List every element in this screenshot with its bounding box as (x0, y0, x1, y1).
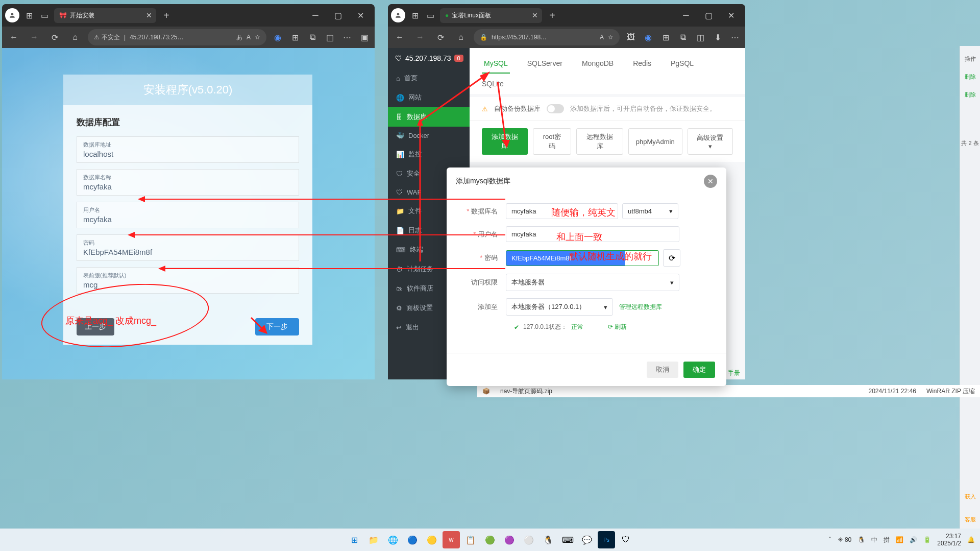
manual-link[interactable]: 手册 (728, 369, 740, 377)
back-button[interactable]: ← (6, 30, 21, 45)
battery-icon[interactable]: 🔋 (923, 536, 931, 543)
workspaces-icon[interactable]: ⊞ (23, 10, 35, 21)
db-tab-sqlserver[interactable]: SQLServer (525, 54, 565, 74)
profile-avatar[interactable] (5, 8, 19, 22)
wifi-icon[interactable]: 📶 (896, 536, 903, 543)
maximize-button[interactable]: ▢ (327, 6, 349, 25)
start-button[interactable]: ⊞ (346, 531, 363, 548)
sidebar-item-0[interactable]: ⌂首页 (388, 68, 470, 88)
root-pwd-button[interactable]: root密码 (533, 128, 572, 155)
cancel-button[interactable]: 取消 (647, 362, 678, 378)
pwd-field[interactable]: 密码 KfEbpFA54MEi8m8f (77, 234, 299, 261)
app-icon[interactable]: 🟢 (481, 531, 499, 548)
sidebar-item-4[interactable]: 📊监控 (388, 145, 470, 164)
db-host-field[interactable]: 数据库地址 localhost (77, 136, 299, 163)
add-db-button[interactable]: 添加数据库 (482, 128, 528, 155)
wps-icon[interactable]: W (443, 531, 460, 548)
refresh-status[interactable]: ⟳ 刷新 (608, 323, 627, 331)
pwd-input[interactable] (506, 250, 659, 266)
refresh-button[interactable]: ⟳ (433, 30, 448, 45)
clock[interactable]: 23:17 2025/1/2 (937, 533, 961, 547)
notes-icon[interactable]: 📋 (462, 531, 479, 548)
image-icon[interactable]: 🖼 (625, 31, 637, 43)
db-tab-redis[interactable]: Redis (631, 54, 653, 74)
notification-badge[interactable]: 0 (454, 55, 463, 62)
tab-actions-icon[interactable]: ▭ (39, 10, 50, 21)
ime-mode[interactable]: 拼 (884, 536, 890, 544)
phpmyadmin-button[interactable]: phpMyAdmin (628, 128, 682, 155)
prefix-field[interactable]: 表前缀(推荐默认) mcg_ (77, 267, 299, 294)
volume-icon[interactable]: 🔊 (910, 536, 917, 543)
browser-icon[interactable]: 🔵 (404, 531, 421, 548)
more-icon[interactable]: ⋯ (729, 31, 741, 43)
app-icon[interactable]: ▣ (358, 31, 371, 43)
db-tab-mongodb[interactable]: MongoDB (580, 54, 616, 74)
sidebar-item-2[interactable]: 🗄数据库 (388, 107, 470, 127)
new-tab-button[interactable]: + (160, 10, 173, 21)
terminal-icon[interactable]: ⌨ (559, 531, 576, 548)
download-icon[interactable]: ⬇ (712, 31, 724, 43)
back-button[interactable]: ← (392, 30, 407, 45)
app-icon[interactable]: 🟣 (501, 531, 518, 548)
prev-button[interactable]: 上一步 (77, 318, 114, 336)
sidebar-icon[interactable]: ◫ (324, 31, 336, 43)
db-name-field[interactable]: 数据库名称 mcyfaka (77, 169, 299, 196)
app-icon[interactable]: ⚪ (520, 531, 537, 548)
close-button[interactable]: ✕ (349, 6, 372, 25)
extension-icon[interactable]: ◉ (272, 31, 284, 43)
home-button[interactable]: ⌂ (67, 30, 83, 45)
weather[interactable]: ☀ 80 (838, 536, 852, 543)
ime-lang[interactable]: 中 (871, 536, 877, 544)
browser-tab[interactable]: ● 宝塔Linux面板 ✕ (440, 8, 542, 23)
extension-icon[interactable]: ◉ (642, 31, 654, 43)
charset-select[interactable]: utf8mb4▾ (622, 203, 678, 219)
workspaces-icon[interactable]: ⊞ (409, 10, 421, 21)
modal-close-button[interactable]: ✕ (704, 175, 717, 188)
regen-pwd-button[interactable]: ⟳ (663, 249, 680, 267)
collections-icon[interactable]: ⊞ (289, 31, 301, 43)
sidebar-item-3[interactable]: 🐳Docker (388, 127, 470, 145)
split-icon[interactable]: ⧉ (677, 31, 689, 43)
remote-db-button[interactable]: 远程数据库 (576, 128, 623, 155)
url-input[interactable]: 🔒 https://45.207.198… A ☆ (474, 29, 620, 45)
minimize-button[interactable]: ─ (675, 6, 697, 25)
manage-remote-link[interactable]: 管理远程数据库 (619, 303, 662, 312)
url-input[interactable]: ⚠ 不安全 | 45.207.198.73:25… あ A ☆ (88, 29, 266, 45)
sidebar-icon[interactable]: ◫ (694, 31, 706, 43)
tab-actions-icon[interactable]: ▭ (425, 10, 436, 21)
chrome-icon[interactable]: 🟡 (423, 531, 440, 548)
close-tab-icon[interactable]: ✕ (532, 11, 538, 19)
minimize-button[interactable]: ─ (304, 6, 327, 25)
perm-select[interactable]: 本地服务器▾ (506, 274, 679, 291)
refresh-button[interactable]: ⟳ (47, 30, 62, 45)
addto-select[interactable]: 本地服务器（127.0.0.1）▾ (506, 298, 613, 316)
tray-chevron[interactable]: ˄ (828, 536, 831, 543)
advanced-button[interactable]: 高级设置 ▾ (688, 128, 733, 155)
tray-icon[interactable]: 🐧 (857, 536, 865, 543)
security-icon[interactable]: 🛡 (617, 531, 634, 548)
qq-icon[interactable]: 🐧 (540, 531, 557, 548)
explorer-icon[interactable]: 📁 (365, 531, 382, 548)
maximize-button[interactable]: ▢ (697, 6, 720, 25)
sidebar-item-1[interactable]: 🌐网站 (388, 88, 470, 107)
db-tab-pgsql[interactable]: PgSQL (669, 54, 696, 74)
profile-avatar[interactable] (391, 8, 405, 22)
confirm-button[interactable]: 确定 (683, 362, 715, 378)
split-icon[interactable]: ⧉ (306, 31, 318, 43)
db-name-input[interactable] (506, 203, 618, 219)
notifications-icon[interactable]: 🔔 (967, 536, 975, 543)
browser-tab[interactable]: 🎀 开始安装 ✕ (54, 8, 156, 23)
new-tab-button[interactable]: + (546, 10, 558, 21)
db-tab-mysql[interactable]: MySQL (482, 54, 510, 74)
sqlite-tab[interactable]: SQLite (470, 74, 745, 94)
file-row[interactable]: 📦 nav-导航页源码.zip 2024/11/21 22:46 WinRAR … (477, 385, 980, 397)
user-field[interactable]: 用户名 mcyfaka (77, 202, 299, 228)
next-button[interactable]: 下一步 (255, 318, 299, 336)
wechat-icon[interactable]: 💬 (578, 531, 596, 548)
home-button[interactable]: ⌂ (453, 30, 469, 45)
close-tab-icon[interactable]: ✕ (146, 11, 152, 19)
edge-icon[interactable]: 🌐 (384, 531, 402, 548)
backup-toggle[interactable] (547, 104, 564, 113)
photoshop-icon[interactable]: Ps (598, 531, 615, 548)
collections-icon[interactable]: ⊞ (659, 31, 672, 43)
